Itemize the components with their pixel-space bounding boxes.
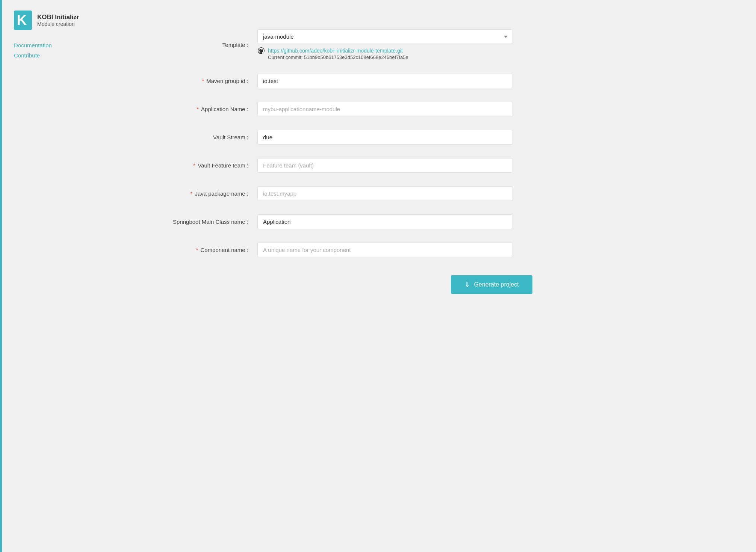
component-row: * Component name : <box>145 236 726 264</box>
springboot-input[interactable] <box>257 214 513 229</box>
component-label-container: * Component name : <box>145 247 257 253</box>
maven-row: * Maven group id : <box>145 67 726 95</box>
maven-field <box>257 74 513 88</box>
java-package-row: * Java package name : <box>145 179 726 208</box>
download-icon: ⇓ <box>464 281 470 289</box>
app-name-label-container: * Application Name : <box>145 106 257 112</box>
vault-stream-label: Vault Stream : <box>213 134 248 140</box>
sidebar: K KOBI Initializr Module creation Docume… <box>2 0 100 552</box>
vault-stream-row: Vault Stream : <box>145 123 726 151</box>
java-package-required-star: * <box>191 190 193 197</box>
template-extra: https://github.com/adeo/kobi--initializr… <box>257 47 513 60</box>
component-input[interactable] <box>257 243 513 257</box>
vault-feature-input[interactable] <box>257 158 513 173</box>
springboot-row: Springboot Main Class name : <box>145 208 726 236</box>
maven-input[interactable] <box>257 74 513 88</box>
sidebar-nav: Documentation Contribute <box>14 41 88 59</box>
vault-feature-row: * Vault Feature team : <box>145 151 726 179</box>
vault-feature-label: Vault Feature team : <box>198 162 248 169</box>
vault-stream-input[interactable] <box>257 130 513 145</box>
java-package-label: Java package name : <box>195 190 248 197</box>
generate-button-label: Generate project <box>474 281 519 288</box>
nav-contribute[interactable]: Contribute <box>14 51 88 59</box>
svg-text:K: K <box>17 12 27 28</box>
maven-required-star: * <box>202 78 204 84</box>
template-field: java-module https://github.com/adeo/kobi… <box>257 29 513 60</box>
component-field <box>257 243 513 257</box>
github-icon <box>257 47 265 54</box>
logo-text: KOBI Initializr Module creation <box>37 14 79 27</box>
github-link[interactable]: https://github.com/adeo/kobi--initializr… <box>268 48 403 54</box>
nav-documentation[interactable]: Documentation <box>14 41 88 49</box>
form-section: Template : java-module <box>145 23 726 302</box>
app-container: K KOBI Initializr Module creation Docume… <box>0 0 756 552</box>
app-name-row: * Application Name : <box>145 95 726 123</box>
template-label: Template : <box>222 42 248 48</box>
maven-label: Maven group id : <box>206 78 248 84</box>
vault-feature-required-star: * <box>193 162 195 169</box>
logo-section: K KOBI Initializr Module creation <box>14 11 88 30</box>
logo-subtitle: Module creation <box>37 21 79 27</box>
main-content: Template : java-module <box>100 0 756 552</box>
java-package-field <box>257 186 513 201</box>
springboot-label-container: Springboot Main Class name : <box>145 219 257 225</box>
java-package-input[interactable] <box>257 186 513 201</box>
maven-label-container: * Maven group id : <box>145 78 257 84</box>
app-name-input[interactable] <box>257 102 513 116</box>
vault-feature-label-container: * Vault Feature team : <box>145 162 257 169</box>
vault-feature-field <box>257 158 513 173</box>
springboot-field <box>257 214 513 229</box>
app-name-required-star: * <box>197 106 199 112</box>
kobi-logo-icon: K <box>14 11 32 30</box>
template-label-container: Template : <box>145 42 257 48</box>
app-name-label: Application Name : <box>201 106 248 112</box>
generate-button[interactable]: ⇓ Generate project <box>451 275 532 294</box>
springboot-label: Springboot Main Class name : <box>173 219 248 225</box>
component-label: Component name : <box>200 247 248 253</box>
vault-stream-field <box>257 130 513 145</box>
app-name-field <box>257 102 513 116</box>
github-link-row: https://github.com/adeo/kobi--initializr… <box>257 47 513 54</box>
template-select[interactable]: java-module <box>257 29 513 44</box>
vault-stream-label-container: Vault Stream : <box>145 134 257 140</box>
template-row: Template : java-module <box>145 23 726 67</box>
component-required-star: * <box>196 247 198 253</box>
commit-text: Current commit: 51bb9b50b61753e3d52c108e… <box>257 54 513 60</box>
template-select-wrapper: java-module <box>257 29 513 44</box>
logo-title: KOBI Initializr <box>37 14 79 21</box>
generate-row: ⇓ Generate project <box>257 264 726 302</box>
java-package-label-container: * Java package name : <box>145 190 257 197</box>
